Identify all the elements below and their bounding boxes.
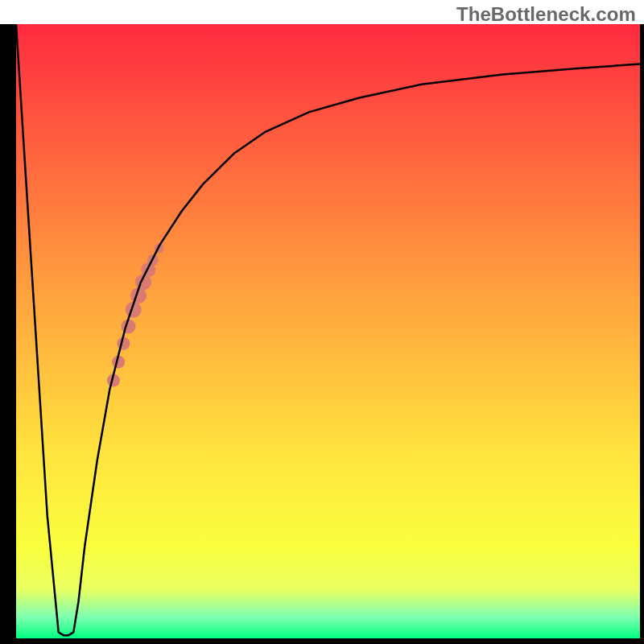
gradient-background <box>16 24 640 638</box>
chart-frame: TheBottleneck.com <box>0 0 644 644</box>
bottleneck-chart <box>0 0 644 644</box>
axis-left <box>0 24 16 644</box>
axis-right <box>640 24 644 638</box>
axis-bottom <box>0 638 644 644</box>
